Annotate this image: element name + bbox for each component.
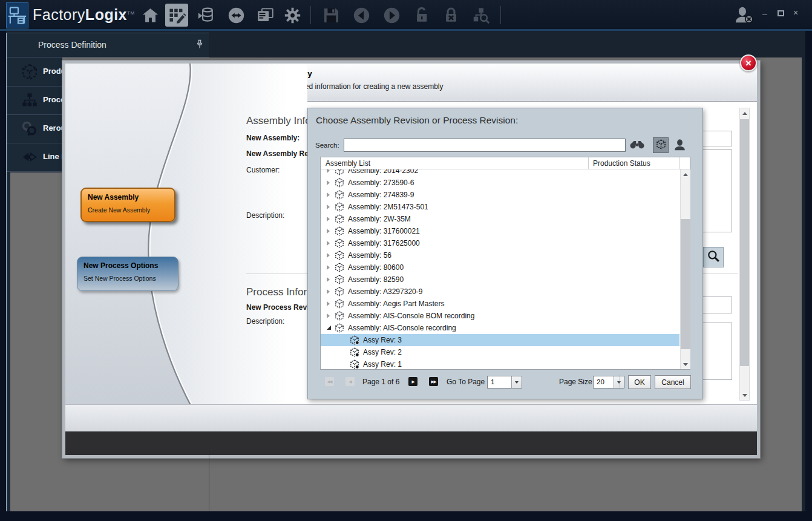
reports-button[interactable] [252, 4, 278, 27]
new-assembly-label: New Assembly: [246, 134, 300, 142]
tree-row-revision[interactable]: Assy Rev: 2 [321, 346, 679, 358]
assembly-revision-icon [350, 335, 359, 347]
assembly-view-toggle[interactable] [653, 137, 669, 153]
expander-expanded-icon[interactable] [327, 326, 331, 330]
scroll-up-arrow[interactable] [740, 108, 749, 118]
panel-title: Process Definition [38, 40, 106, 50]
undo-button[interactable] [350, 4, 373, 27]
previous-page-button[interactable]: ◀ [345, 377, 355, 386]
factorylogix-logo-icon [6, 2, 28, 28]
person-icon[interactable] [673, 139, 686, 154]
wizard-scrollbar[interactable] [739, 108, 750, 401]
assembly-cube-icon [335, 323, 344, 335]
step-new-assembly[interactable]: New Assembly Create New Assembly [80, 188, 175, 222]
expander-collapsed-icon[interactable] [327, 229, 330, 234]
tree-row-assembly[interactable]: Assembly: 273590-6 [321, 177, 679, 189]
cube-icon [656, 139, 666, 152]
home-button[interactable] [139, 4, 162, 27]
tree-row-label: Assy Rev: 1 [363, 360, 402, 369]
tree-row-assembly[interactable]: Assembly: AIS-Console BOM recording [321, 310, 679, 322]
tree-row-label: Assembly: A3297320-9 [348, 287, 422, 296]
tree-row-assembly[interactable]: Assembly: 2M51473-501 [321, 201, 679, 213]
column-production-status[interactable]: Production Status [593, 159, 650, 168]
scroll-up-arrow[interactable] [681, 169, 690, 179]
window-close-button[interactable]: × [793, 8, 798, 17]
expander-collapsed-icon[interactable] [327, 241, 330, 246]
reroute-link-icon [21, 120, 38, 137]
tree-row-assembly[interactable]: Assembly: 2014-2302 [321, 169, 679, 177]
maximize-button[interactable] [778, 10, 784, 16]
list-scrollbar[interactable] [680, 169, 690, 369]
scroll-down-arrow[interactable] [740, 390, 749, 400]
search-input[interactable] [344, 139, 626, 152]
tree-row-assembly[interactable]: Assembly: 82590 [321, 274, 679, 286]
column-assembly-list[interactable]: Assembly List [326, 159, 370, 168]
transfer-button[interactable] [224, 4, 247, 27]
tree-row-assembly[interactable]: Assembly: 317600021 [321, 225, 679, 237]
assembly-revision-icon [350, 359, 359, 369]
tree-row-assembly[interactable]: Assembly: 56 [321, 249, 679, 261]
minimize-button[interactable]: – [762, 10, 767, 18]
step-new-process-options[interactable]: New Process Options Set New Process Opti… [77, 257, 178, 291]
expander-collapsed-icon[interactable] [327, 265, 330, 270]
settings-gear-button[interactable] [281, 4, 304, 27]
expander-collapsed-icon[interactable] [327, 289, 330, 294]
redo-button[interactable] [380, 4, 403, 27]
process-search-button[interactable] [468, 4, 494, 27]
expander-collapsed-icon[interactable] [327, 277, 330, 282]
unlock-button[interactable] [410, 4, 433, 27]
tree-row-assembly[interactable]: Assembly: A3297320-9 [321, 286, 679, 298]
lock-discard-button[interactable] [439, 4, 462, 27]
last-page-button[interactable]: ▶▶ [429, 377, 438, 386]
expander-collapsed-icon[interactable] [327, 169, 330, 173]
next-page-button[interactable]: ▶ [408, 377, 417, 386]
tree-row-assembly[interactable]: Assembly: 2W-35M [321, 213, 679, 225]
data-import-button[interactable] [194, 4, 217, 27]
assembly-cube-icon [335, 178, 344, 190]
expander-collapsed-icon[interactable] [327, 180, 330, 185]
tree-row-revision[interactable]: Assy Rev: 3 [321, 334, 679, 346]
tree-row-revision[interactable]: Assy Rev: 1 [321, 358, 679, 369]
first-page-button[interactable]: ◀◀ [325, 377, 334, 386]
process-description-label: Description: [246, 317, 284, 326]
user-logout-icon[interactable] [734, 6, 756, 25]
expander-collapsed-icon[interactable] [327, 253, 330, 258]
binoculars-search-icon[interactable] [630, 140, 644, 152]
assembly-cube-icon [335, 251, 344, 263]
process-tree-icon [21, 92, 38, 109]
line-prep-arrows-icon [21, 149, 38, 166]
save-button[interactable] [319, 4, 342, 27]
chevron-down-icon[interactable] [614, 376, 624, 388]
application-window: FactoryLogixTM – × [0, 0, 812, 521]
assembly-cube-icon [335, 202, 344, 214]
goto-page-combobox[interactable]: 1 [487, 376, 522, 388]
magnifier-icon [707, 249, 720, 265]
assembly-cube-icon [335, 214, 344, 226]
expander-collapsed-icon[interactable] [327, 205, 330, 209]
list-header: Assembly List Production Status [321, 157, 690, 169]
scrollbar-thumb[interactable] [740, 119, 749, 366]
expander-collapsed-icon[interactable] [327, 217, 330, 221]
tree-row-assembly[interactable]: Assembly: Aegis Part Masters [321, 298, 679, 310]
tree-row-assembly[interactable]: Assembly: 317625000 [321, 237, 679, 249]
customer-label: Customer: [246, 166, 280, 174]
tree-row-assembly[interactable]: Assembly: AIS-Console recording [321, 322, 679, 334]
ok-button[interactable]: OK [628, 375, 651, 389]
scrollbar-thumb[interactable] [681, 219, 690, 349]
dialog-close-button[interactable]: ✕ [740, 54, 757, 71]
chevron-down-icon[interactable] [511, 376, 522, 388]
expander-collapsed-icon[interactable] [327, 313, 330, 318]
scroll-down-arrow[interactable] [681, 359, 690, 369]
tree-row-assembly[interactable]: Assembly: 80600 [321, 261, 679, 274]
tree-row-label: Assembly: 273590-6 [348, 179, 414, 187]
tree-row-assembly[interactable]: Assembly: 274839-9 [321, 189, 679, 201]
tree-row-label: Assembly: 2W-35M [348, 215, 411, 223]
pin-icon[interactable] [196, 39, 203, 51]
process-definition-editor-button[interactable] [165, 4, 188, 27]
tree-row-label: Assembly: 317625000 [348, 239, 420, 247]
expander-collapsed-icon[interactable] [327, 301, 330, 306]
panel-header: Process Definition [7, 33, 209, 57]
assembly-search-button[interactable] [703, 247, 724, 267]
picker-cancel-button[interactable]: Cancel [655, 375, 691, 389]
expander-collapsed-icon[interactable] [327, 192, 330, 197]
